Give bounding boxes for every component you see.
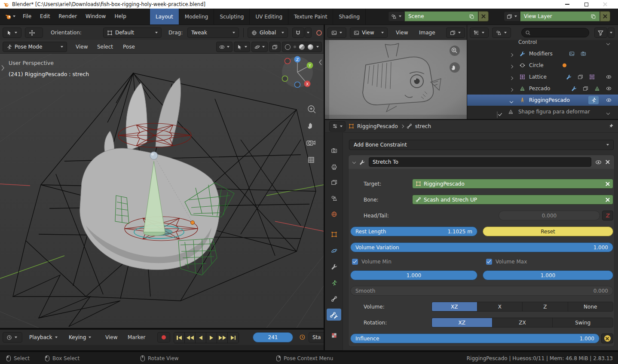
pose-mode-badge[interactable]: [588, 96, 599, 104]
volume-option-none[interactable]: None: [568, 302, 613, 311]
editor-type-button[interactable]: [470, 28, 489, 38]
use-bbone-toggle[interactable]: [602, 211, 613, 220]
shading-wireframe-button[interactable]: [285, 44, 291, 50]
outliner-row-control[interactable]: Control: [467, 40, 618, 48]
volume-option-xz[interactable]: XZ: [432, 302, 477, 311]
outliner-row-riggingpescado[interactable]: RiggingPescado: [467, 95, 618, 106]
menu-file[interactable]: File: [19, 11, 35, 21]
new-view-layer-icon[interactable]: [590, 14, 596, 19]
tab-output[interactable]: [327, 161, 341, 173]
target-field[interactable]: RiggingPescado: [412, 179, 613, 189]
tab-view-layer[interactable]: [327, 176, 341, 188]
expand-icon[interactable]: [510, 88, 513, 92]
volume-min-checkbox[interactable]: [352, 259, 358, 265]
tab-object-data[interactable]: [327, 277, 341, 289]
image-menu-image[interactable]: Image: [415, 28, 439, 38]
remove-view-layer-button[interactable]: [600, 11, 610, 21]
jump-to-start-button[interactable]: [174, 333, 185, 343]
maximize-button[interactable]: [577, 0, 596, 9]
viewport-menu-select[interactable]: Select: [94, 42, 116, 52]
tab-bone-constraint[interactable]: [327, 309, 341, 321]
tab-layout[interactable]: Layout: [150, 9, 179, 24]
transform-gizmo-button[interactable]: [25, 28, 43, 38]
image-datablock-button[interactable]: [446, 28, 465, 38]
object-visibility-dropdown[interactable]: [216, 42, 233, 52]
close-button[interactable]: [596, 0, 615, 9]
smooth-slider[interactable]: Smooth 0.000: [350, 286, 613, 296]
volume-option-z[interactable]: Z: [523, 302, 568, 311]
eye-icon[interactable]: [606, 98, 612, 103]
rotation-option-xz[interactable]: XZ: [432, 318, 493, 327]
checkbox[interactable]: [497, 111, 498, 118]
expand-icon[interactable]: [510, 76, 513, 80]
menu-edit[interactable]: Edit: [36, 11, 54, 21]
image-pan-button[interactable]: [450, 62, 460, 73]
filter-options-button[interactable]: [608, 28, 615, 38]
shading-material-button[interactable]: [299, 44, 305, 50]
snap-toggle-button[interactable]: [292, 28, 304, 38]
outliner-row-pezcado[interactable]: Pezcado: [467, 83, 618, 94]
minimize-button[interactable]: [558, 0, 577, 9]
drag-dropdown[interactable]: Tweak: [187, 28, 239, 38]
volume-max-slider[interactable]: 1.000: [483, 270, 613, 280]
tab-object-constraints[interactable]: [327, 260, 341, 272]
tab-scene[interactable]: [327, 192, 341, 204]
outliner-row-circle[interactable]: Circle: [467, 60, 618, 71]
overlays-dropdown[interactable]: [251, 42, 268, 52]
unlink-scene-button[interactable]: [478, 11, 489, 21]
breadcrumb-object[interactable]: RiggingPescado: [357, 123, 398, 129]
timeline-menu-keying[interactable]: Keying: [65, 332, 96, 343]
viewport-3d[interactable]: Pose Mode View Select Pose User Perspect…: [0, 40, 324, 328]
play-button[interactable]: [206, 333, 217, 343]
gizmos-dropdown[interactable]: [234, 42, 250, 52]
rotation-option-swing[interactable]: Swing: [553, 318, 613, 327]
outliner-row-lattice[interactable]: Lattice: [467, 71, 618, 83]
image-mode-dropdown[interactable]: View: [350, 28, 388, 38]
auto-keying-record-button[interactable]: [157, 332, 170, 343]
chevron-down-icon[interactable]: [606, 42, 610, 45]
prev-keyframe-button[interactable]: [185, 333, 196, 343]
tab-sculpting[interactable]: Sculpting: [214, 9, 249, 24]
influence-slider[interactable]: Influence 1.000: [350, 333, 600, 343]
clear-bone-icon[interactable]: [606, 198, 610, 202]
display-mode-dropdown[interactable]: [492, 28, 511, 38]
tab-render[interactable]: [327, 144, 341, 156]
reset-button[interactable]: Reset: [483, 226, 613, 236]
bone-field[interactable]: Scash and Strech UP: [412, 195, 613, 205]
menu-render[interactable]: Render: [55, 11, 81, 21]
volume-max-checkbox[interactable]: [486, 259, 492, 265]
chevron-down-icon[interactable]: [606, 111, 610, 115]
volume-min-slider[interactable]: 1.000: [350, 270, 477, 280]
tab-shading[interactable]: Shading: [333, 9, 366, 24]
viewport-menu-view[interactable]: View: [72, 42, 91, 52]
editor-type-button[interactable]: [3, 332, 22, 343]
snap-options-button[interactable]: [305, 28, 312, 38]
mode-dropdown[interactable]: Pose Mode: [3, 42, 67, 52]
tab-texture[interactable]: [327, 329, 341, 341]
play-reverse-button[interactable]: [196, 333, 206, 343]
orientation-dropdown[interactable]: Default: [103, 28, 162, 38]
scene-name-field[interactable]: Scene: [404, 11, 478, 21]
image-zoom-button[interactable]: [450, 46, 460, 56]
timeline-menu-view[interactable]: View: [101, 332, 121, 343]
modifier-viewport-toggle-icon[interactable]: [569, 51, 575, 57]
eye-icon[interactable]: [606, 74, 612, 80]
next-keyframe-button[interactable]: [217, 333, 228, 343]
mute-constraint-eye-icon[interactable]: [595, 159, 602, 165]
add-bone-constraint-button[interactable]: Add Bone Constraint: [349, 140, 614, 150]
breadcrumb-bone[interactable]: strech: [415, 123, 431, 129]
shading-rendered-button[interactable]: [308, 44, 313, 50]
tab-uv-editing[interactable]: UV Editing: [249, 9, 288, 24]
volume-variation-slider[interactable]: Volume Variation 1.000: [350, 242, 613, 252]
tab-physics[interactable]: [327, 245, 341, 257]
pin-icon[interactable]: [608, 123, 614, 129]
pivot-dropdown[interactable]: Global: [248, 28, 288, 38]
timeline-menu-marker[interactable]: Marker: [124, 332, 149, 343]
timeline-menu-playback[interactable]: Playback: [26, 332, 64, 343]
jump-to-end-button[interactable]: [228, 333, 239, 343]
outliner-row-modifiers[interactable]: Modifiers: [467, 48, 618, 59]
modifier-render-toggle-icon[interactable]: [581, 51, 586, 57]
menu-window[interactable]: Window: [82, 11, 110, 21]
view-layer-browse-button[interactable]: [504, 11, 520, 21]
editor-type-button[interactable]: [329, 121, 346, 132]
